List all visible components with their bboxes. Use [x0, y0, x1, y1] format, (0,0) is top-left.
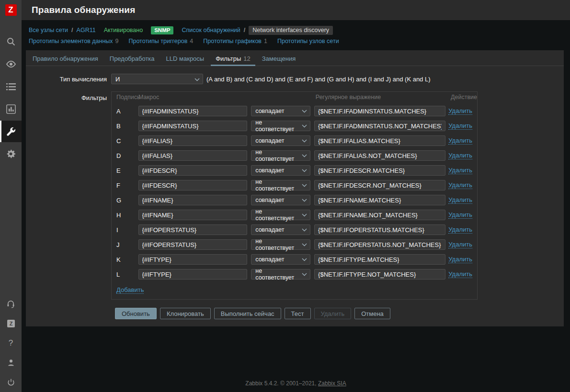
tab-label: Правило обнаружения	[33, 55, 98, 62]
delete-filter-link[interactable]: Удалить	[448, 152, 472, 159]
regex-input[interactable]	[314, 239, 445, 250]
tab-5[interactable]: Замещения	[257, 53, 301, 66]
regex-input[interactable]	[314, 269, 445, 280]
macro-input[interactable]	[138, 150, 248, 161]
tab-1[interactable]: Правило обнаружения	[28, 53, 103, 66]
macro-input[interactable]	[138, 135, 248, 146]
delete-filter-link[interactable]: Удалить	[448, 107, 472, 115]
services-list-icon	[6, 82, 16, 91]
macro-input[interactable]	[138, 180, 248, 190]
delete-filter-link[interactable]: Удалить	[448, 270, 472, 278]
delete-filter-link[interactable]: Удалить	[448, 196, 472, 204]
delete-filter-link[interactable]: Удалить	[448, 211, 472, 219]
macro-input[interactable]	[138, 106, 248, 116]
regex-input[interactable]	[314, 135, 445, 146]
operator-select[interactable]: не соответствует	[251, 239, 310, 250]
delete-filter-link[interactable]: Удалить	[448, 167, 472, 174]
sidebar-item-signout[interactable]	[0, 373, 22, 392]
sidebar-item-administration[interactable]	[0, 143, 22, 165]
operator-select[interactable]: не соответствует	[251, 121, 310, 131]
operator-select[interactable]: не соответствует	[251, 180, 310, 190]
monitoring-eye-icon	[6, 59, 16, 69]
context-nav-link-1[interactable]: Прототипы триггеров	[129, 38, 188, 45]
regex-input[interactable]	[314, 106, 445, 116]
update-button[interactable]: Обновить	[115, 308, 157, 319]
filter-row-E: EсовпадаетУдалить	[116, 165, 472, 176]
operator-select[interactable]: совпадает	[251, 195, 310, 205]
context-nav-link-0[interactable]: Прототипы элементов данных	[29, 38, 113, 45]
zabbix-logo[interactable]: Z	[0, 0, 22, 20]
macro-input[interactable]	[138, 254, 248, 265]
regex-input[interactable]	[314, 210, 445, 220]
regex-input[interactable]	[314, 165, 445, 176]
breadcrumb-discovery-list-link[interactable]: Список обнаружений	[182, 27, 240, 34]
sidebar-item-monitoring[interactable]	[0, 53, 22, 75]
operator-select[interactable]: не соответствует	[251, 269, 310, 280]
context-nav-link-2[interactable]: Прототипы графиков	[203, 38, 262, 45]
add-filter-row: Добавить	[116, 286, 472, 293]
breadcrumb: Все узлы сети / AGR11 Активировано SNMP …	[29, 25, 570, 35]
breadcrumb-all-hosts-link[interactable]: Все узлы сети	[29, 27, 68, 34]
macro-input[interactable]	[138, 269, 248, 280]
test-button[interactable]: Тест	[285, 308, 311, 319]
regex-input[interactable]	[314, 180, 445, 190]
header-label: Подпись	[116, 94, 138, 103]
delete-filter-link[interactable]: Удалить	[448, 122, 472, 130]
macro-input[interactable]	[138, 195, 248, 205]
operator-select[interactable]: совпадает	[251, 254, 310, 265]
chevron-down-icon	[302, 182, 307, 189]
sidebar-item-user[interactable]	[0, 353, 22, 372]
footer-zabbix-sia-link[interactable]: Zabbix SIA	[318, 380, 346, 387]
delete-filter-link[interactable]: Удалить	[448, 256, 472, 263]
chevron-down-icon	[302, 271, 307, 278]
sidebar-item-configuration[interactable]	[0, 121, 22, 142]
clone-button[interactable]: Клонировать	[160, 308, 211, 319]
regex-input[interactable]	[314, 150, 445, 161]
operator-value: совпадает	[255, 256, 284, 263]
breadcrumb-host-link[interactable]: AGR11	[77, 27, 96, 34]
delete-filter-link[interactable]: Удалить	[448, 137, 472, 145]
execute-now-button[interactable]: Выполнить сейчас	[214, 308, 281, 319]
operator-select[interactable]: совпадает	[251, 106, 310, 116]
macro-input[interactable]	[138, 224, 248, 235]
sidebar-item-services[interactable]	[0, 76, 22, 97]
operator-select[interactable]: совпадает	[251, 224, 310, 235]
regex-input[interactable]	[314, 121, 445, 131]
sidebar-item-share[interactable]: Z	[0, 314, 22, 333]
breadcrumb-area: Все узлы сети / AGR11 Активировано SNMP …	[22, 20, 570, 50]
filter-row-K: KсовпадаетУдалить	[116, 254, 472, 265]
tab-4[interactable]: Фильтры12	[211, 53, 255, 66]
macro-input[interactable]	[138, 239, 248, 250]
macro-input[interactable]	[138, 165, 248, 176]
macro-input[interactable]	[138, 121, 248, 131]
tab-3[interactable]: LLD макросы	[161, 53, 209, 66]
sidebar-spacer	[0, 165, 22, 294]
operator-select[interactable]: не соответствует	[251, 210, 310, 220]
regex-input[interactable]	[314, 224, 445, 235]
calc-type-select[interactable]: И	[111, 74, 203, 84]
add-filter-link[interactable]: Добавить	[116, 286, 144, 294]
reports-chart-icon	[6, 104, 16, 114]
operator-value: совпадает	[255, 137, 284, 144]
sidebar-item-reports[interactable]	[0, 98, 22, 120]
operator-select[interactable]: совпадает	[251, 165, 310, 176]
operator-select[interactable]: совпадает	[251, 135, 310, 146]
context-nav-link-3[interactable]: Прототипы узлов сети	[277, 38, 339, 45]
sidebar-item-search[interactable]	[0, 31, 22, 52]
user-profile-icon	[7, 358, 15, 367]
operator-select[interactable]: не соответствует	[251, 150, 310, 161]
tab-2[interactable]: Предобработка	[105, 53, 160, 66]
sidebar-item-support[interactable]	[0, 294, 22, 314]
delete-filter-link[interactable]: Удалить	[448, 226, 472, 234]
cancel-button[interactable]: Отмена	[354, 308, 390, 319]
filter-letter: B	[116, 123, 138, 130]
regex-input[interactable]	[314, 195, 445, 205]
regex-input[interactable]	[314, 254, 445, 265]
zabbix-logo-letter: Z	[5, 4, 17, 16]
breadcrumb-separator-2: /	[244, 27, 245, 34]
sidebar-item-help[interactable]: ?	[0, 334, 22, 353]
macro-input[interactable]	[138, 210, 248, 220]
delete-filter-link[interactable]: Удалить	[448, 241, 472, 248]
delete-filter-link[interactable]: Удалить	[448, 181, 472, 189]
snmp-badge[interactable]: SNMP	[151, 26, 173, 34]
